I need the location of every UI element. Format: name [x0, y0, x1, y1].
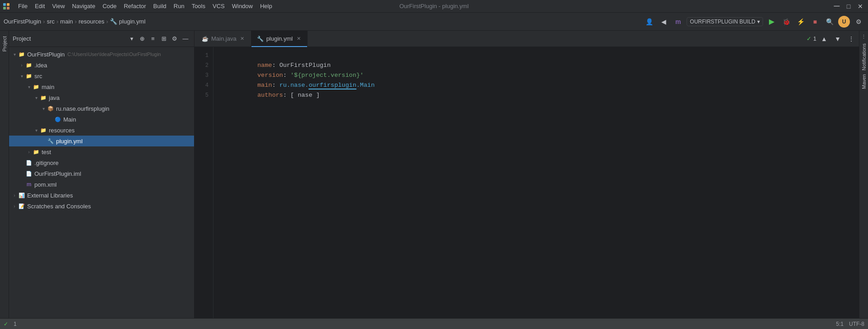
- tree-label-idea: .idea: [34, 62, 47, 69]
- menu-file[interactable]: File: [14, 2, 31, 10]
- project-icon: 📁: [18, 51, 25, 58]
- more-options-button[interactable]: ⋮: [860, 33, 868, 41]
- tree-item-main-class[interactable]: › 🔵 Main: [9, 114, 194, 125]
- tree-item-extlib[interactable]: › 📊 External Libraries: [9, 190, 194, 201]
- profile-button[interactable]: 👤: [643, 16, 655, 28]
- check-count: 1: [813, 35, 816, 42]
- breadcrumb-sep-1: ›: [43, 18, 45, 25]
- tab-plugin-yml-close[interactable]: ✕: [295, 36, 302, 42]
- menu-edit[interactable]: Edit: [31, 2, 48, 10]
- tree-label-test: test: [42, 149, 51, 155]
- check-icon: ✓: [806, 35, 811, 42]
- gitignore-icon: 📄: [25, 159, 33, 166]
- line-num-4: 4: [194, 80, 213, 90]
- tree-item-idea[interactable]: › 📁 .idea: [9, 60, 194, 70]
- app-icon: [2, 2, 11, 11]
- tree-item-src[interactable]: ▾ 📁 src: [9, 70, 194, 81]
- project-panel-label[interactable]: Project: [1, 34, 8, 53]
- token-name-colon: :: [272, 62, 279, 69]
- scroll-up-button[interactable]: ▲: [818, 33, 830, 45]
- tree-item-main[interactable]: ▾ 📁 main: [9, 81, 194, 92]
- menu-view[interactable]: View: [48, 2, 68, 10]
- iml-icon: 📄: [25, 170, 33, 177]
- menu-navigate[interactable]: Navigate: [68, 2, 99, 10]
- avatar-button[interactable]: U: [838, 16, 850, 28]
- tab-plugin-yml[interactable]: 🔧 plugin.yml ✕: [251, 31, 308, 47]
- settings-button[interactable]: ⚙: [853, 16, 864, 28]
- gear-icon[interactable]: ⚙: [170, 34, 180, 44]
- tree-arrow-extlib: ›: [11, 192, 18, 199]
- tree-item-java[interactable]: ▾ 📁 java: [9, 92, 194, 103]
- maximize-button[interactable]: □: [843, 0, 854, 12]
- back-button[interactable]: ◀: [658, 16, 669, 28]
- scroll-down-button[interactable]: ▼: [832, 33, 844, 45]
- build-config-dropdown-icon: ▾: [757, 19, 760, 25]
- tree-item-test[interactable]: › 📁 test: [9, 146, 194, 157]
- code-editor[interactable]: 1 2 3 4 5 name: OurFirstPlugin version: …: [194, 47, 859, 318]
- menu-vcs[interactable]: VCS: [209, 2, 228, 10]
- more-tabs-button[interactable]: ⋮: [845, 33, 857, 45]
- breadcrumb: OurFirstPlugin › src › main › resources …: [4, 18, 642, 25]
- test-folder-icon: 📁: [33, 148, 40, 155]
- debug-button[interactable]: 🐞: [780, 16, 792, 28]
- coverage-button[interactable]: ⚡: [795, 16, 806, 28]
- close-button[interactable]: ✕: [854, 0, 866, 12]
- tab-yml-icon: 🔧: [257, 36, 264, 42]
- stop-button[interactable]: ■: [809, 16, 821, 28]
- collapse-all-button[interactable]: ≡: [148, 34, 158, 44]
- token-authors-colon: : [: [283, 92, 298, 99]
- tab-plugin-yml-label: plugin.yml: [266, 35, 293, 42]
- tree-item-resources[interactable]: ▾ 📁 resources: [9, 125, 194, 136]
- tree-item-iml[interactable]: › 📄 OurFirstPlugin.iml: [9, 168, 194, 179]
- breadcrumb-resources[interactable]: resources: [79, 18, 104, 25]
- breadcrumb-sep-2: ›: [57, 18, 58, 25]
- tabs-bar: ☕ Main.java ✕ 🔧 plugin.yml ✕ ✓ 1 ▲ ▼ ⋮: [194, 31, 859, 47]
- tree-item-plugin-yml[interactable]: › 🔧 plugin.yml: [9, 136, 194, 146]
- token-main-key: main: [257, 82, 272, 89]
- menu-run[interactable]: Run: [170, 2, 188, 10]
- menu-help[interactable]: Help: [256, 2, 276, 10]
- tab-main-java-close[interactable]: ✕: [239, 36, 246, 42]
- tree-label-iml: OurFirstPlugin.iml: [34, 170, 81, 177]
- tab-main-java[interactable]: ☕ Main.java ✕: [196, 31, 251, 47]
- run-button[interactable]: ▶: [766, 16, 778, 28]
- menu-tools[interactable]: Tools: [188, 2, 209, 10]
- tree-item-pom[interactable]: › m pom.xml: [9, 179, 194, 190]
- tree-item-package[interactable]: ▾ 📦 ru.nase.ourfirsplugin: [9, 103, 194, 114]
- editor-area: ☕ Main.java ✕ 🔧 plugin.yml ✕ ✓ 1 ▲ ▼ ⋮: [194, 31, 859, 318]
- breadcrumb-file[interactable]: plugin.yml: [119, 18, 146, 25]
- tree-item-root[interactable]: ▾ 📁 OurFirstPlugin C:\Users\User\IdeaPro…: [9, 49, 194, 60]
- maven-label[interactable]: Maven: [861, 74, 867, 89]
- tab-java-icon: ☕: [202, 36, 209, 42]
- window-title: OurFirstPlugin - plugin.yml: [399, 3, 469, 9]
- build-config-selector[interactable]: OURFIRSTPLUGIN BUILD ▾: [687, 17, 763, 26]
- menu-window[interactable]: Window: [228, 2, 256, 10]
- svg-rect-1: [7, 3, 9, 6]
- tree-arrow-scratches: ›: [11, 202, 18, 210]
- menu-build[interactable]: Build: [150, 2, 170, 10]
- add-content-root-button[interactable]: ⊕: [137, 34, 147, 44]
- tree-label-main-class: Main: [63, 116, 76, 123]
- breadcrumb-src[interactable]: src: [47, 18, 54, 25]
- tree-item-scratches[interactable]: › 📝 Scratches and Consoles: [9, 201, 194, 212]
- tree-label-src: src: [34, 73, 42, 80]
- tree-item-gitignore[interactable]: › 📄 .gitignore: [9, 157, 194, 168]
- breadcrumb-main[interactable]: main: [60, 18, 73, 25]
- expand-all-button[interactable]: ⊞: [159, 34, 169, 44]
- minimize-button[interactable]: ─: [831, 0, 843, 12]
- toolbar: OurFirstPlugin › src › main › resources …: [0, 13, 868, 31]
- search-everywhere-button[interactable]: 🔍: [824, 16, 835, 28]
- token-name-value: OurFirstPlugin: [280, 62, 331, 69]
- resources-folder-icon: 📁: [40, 127, 47, 134]
- menu-bar: File Edit View Navigate Code Refactor Bu…: [0, 0, 868, 13]
- svg-rect-0: [3, 3, 6, 6]
- notifications-label[interactable]: Notifications: [861, 43, 867, 70]
- breadcrumb-project[interactable]: OurFirstPlugin: [4, 18, 41, 25]
- code-content[interactable]: name: OurFirstPlugin version: '${project…: [213, 47, 859, 318]
- project-tree: ▾ 📁 OurFirstPlugin C:\Users\User\IdeaPro…: [9, 47, 194, 318]
- close-sidebar-button[interactable]: —: [180, 34, 190, 44]
- menu-code[interactable]: Code: [99, 2, 120, 10]
- status-encoding: UTF-8: [849, 321, 864, 327]
- sidebar-dropdown-icon[interactable]: ▾: [130, 35, 133, 42]
- menu-refactor[interactable]: Refactor: [120, 2, 150, 10]
